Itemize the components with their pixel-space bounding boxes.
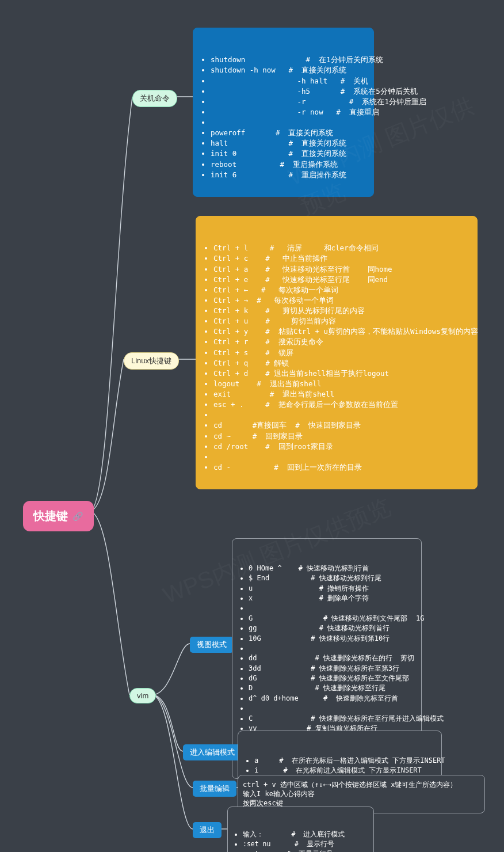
topic-shutdown[interactable]: 关机命令 bbox=[132, 90, 177, 107]
list-item bbox=[249, 703, 414, 713]
list-item: Ctrl + l # 清屏 和cler命令相同 bbox=[213, 243, 469, 253]
card-linux: Ctrl + l # 清屏 和cler命令相同Ctrl + c # 中止当前操作… bbox=[196, 216, 478, 489]
list-item: -h5 # 系统在5分钟后关机 bbox=[211, 86, 365, 97]
list-item: ctrl + v 选中区域（↑↓←→四个按键选择区域 x键可生产所选内容） bbox=[243, 780, 478, 789]
list-item: $ End # 快速移动光标到行尾 bbox=[249, 573, 414, 583]
list-item: -r # 系统在1分钟后重启 bbox=[211, 97, 365, 107]
list-item: init 6 # 重启操作系统 bbox=[211, 170, 365, 180]
subtopic-exit[interactable]: 退出 bbox=[193, 822, 222, 838]
list-item: :set nonu # 不显示行号 bbox=[243, 849, 368, 852]
list-item: Ctrl + c # 中止当前操作 bbox=[213, 253, 469, 264]
list-item: Ctrl + y # 粘贴Ctrl + u剪切的内容，不能粘贴从Windows复… bbox=[213, 326, 469, 337]
list-item: dG # 快速删除光标所在至文件尾部 bbox=[249, 674, 414, 683]
list-item: cd ~ # 回到家目录 bbox=[213, 431, 469, 442]
list-item: Ctrl + ← # 每次移动一个单词 bbox=[213, 285, 469, 295]
list-item: Ctrl + k # 剪切从光标到行尾的内容 bbox=[213, 306, 469, 316]
list-item: dd # 快速删除光标所在的行 剪切 bbox=[249, 653, 414, 663]
root-label: 快捷键 bbox=[33, 508, 68, 524]
link-icon: 🔗 bbox=[72, 511, 83, 522]
list-item: -h halt # 关机 bbox=[211, 76, 365, 86]
list-item: i # 在光标前进入编辑模式 下方显示INSERT bbox=[254, 766, 434, 775]
list-item: halt # 直接关闭系统 bbox=[211, 138, 365, 149]
list-item: 输入： # 进入底行模式 bbox=[243, 830, 368, 839]
list-item bbox=[213, 452, 469, 462]
list-item: Ctrl + a # 快速移动光标至行首 同home bbox=[213, 264, 469, 275]
list-item: Ctrl + → # 每次移动一个单词 bbox=[213, 295, 469, 306]
subtopic-batch-label: 批量编辑 bbox=[200, 784, 230, 793]
topic-shutdown-label: 关机命令 bbox=[140, 94, 170, 102]
list-item: Ctrl + u # 剪切当前内容 bbox=[213, 316, 469, 326]
subtopic-insert[interactable]: 进入编辑模式 bbox=[183, 744, 242, 760]
list-item: Ctrl + r # 搜索历史命令 bbox=[213, 337, 469, 347]
list-item: Ctrl + e # 快速移动光标至行尾 同end bbox=[213, 275, 469, 285]
subtopic-exit-label: 退出 bbox=[200, 826, 215, 834]
list-item: d^ d0 d+home # 快速删除光标至行首 bbox=[249, 694, 414, 703]
subtopic-view[interactable]: 视图模式 bbox=[190, 637, 234, 653]
list-item: 3dd # 快速删除光标所在至第3行 bbox=[249, 664, 414, 674]
list-item: 10G # 快速移动光标到第10行 bbox=[249, 634, 414, 644]
list-item: Ctrl + s # 锁屏 bbox=[213, 348, 469, 358]
subtopic-view-label: 视图模式 bbox=[197, 640, 227, 649]
list-item: 输入I ke输入心得内容 bbox=[243, 789, 478, 798]
list-item: logout # 退出当前shell bbox=[213, 379, 469, 389]
topic-linux-label: Linux快捷键 bbox=[131, 356, 171, 365]
root-node[interactable]: 快捷键 🔗 bbox=[23, 501, 94, 531]
list-item: :set nu # 显示行号 bbox=[243, 839, 368, 849]
list-item: G # 快速移动光标到文件尾部 1G bbox=[249, 614, 414, 623]
list-item: cd #直接回车 # 快速回到家目录 bbox=[213, 420, 469, 431]
topic-vim[interactable]: vim bbox=[129, 688, 156, 703]
topic-linux[interactable]: Linux快捷键 bbox=[124, 352, 179, 370]
list-item: u # 撤销所有操作 bbox=[249, 584, 414, 594]
list-item: exit # 退出当前shell bbox=[213, 389, 469, 400]
list-item bbox=[211, 117, 365, 128]
list-item: cd /root # 回到root家目录 bbox=[213, 442, 469, 452]
list-item: esc + . # 把命令行最后一个参数放在当前位置 bbox=[213, 400, 469, 410]
list-item: C # 快速删除光标所在至行尾并进入编辑模式 bbox=[249, 714, 414, 724]
list-item bbox=[213, 410, 469, 420]
list-item bbox=[249, 644, 414, 653]
list-item: poweroff # 直接关闭系统 bbox=[211, 128, 365, 138]
subtopic-insert-label: 进入编辑模式 bbox=[190, 748, 235, 756]
list-item: D # 快速删除光标至行尾 bbox=[249, 683, 414, 693]
list-item: Ctrl + d # 退出当前shell相当于执行logout bbox=[213, 368, 469, 379]
list-item: shutdown # 在1分钟后关闭系统 bbox=[211, 55, 365, 65]
list-item: reboot # 重启操作系统 bbox=[211, 159, 365, 170]
list-item: 0 HOme ^ # 快速移动光标到行首 bbox=[249, 564, 414, 573]
list-item bbox=[249, 603, 414, 613]
list-item: a # 在所在光标后一格进入编辑模式 下方显示INSERT bbox=[254, 756, 434, 766]
list-item: gg # 快速移动光标到首行 bbox=[249, 623, 414, 633]
card-exit: 输入： # 进入底行模式:set nu # 显示行号:set nonu # 不显… bbox=[227, 807, 374, 852]
card-shutdown: shutdown # 在1分钟后关闭系统shutdown -h now # 直接… bbox=[193, 28, 374, 197]
list-item: -r now # 直接重启 bbox=[211, 107, 365, 117]
topic-vim-label: vim bbox=[137, 691, 148, 700]
list-item: Ctrl + q # 解锁 bbox=[213, 358, 469, 368]
subtopic-batch[interactable]: 批量编辑 bbox=[193, 781, 236, 797]
list-item: x # 删除单个字符 bbox=[249, 594, 414, 603]
list-item: cd - # 回到上一次所在的目录 bbox=[213, 462, 469, 473]
list-item: init 0 # 直接关闭系统 bbox=[211, 149, 365, 159]
list-item: shutdown -h now # 直接关闭系统 bbox=[211, 65, 365, 75]
